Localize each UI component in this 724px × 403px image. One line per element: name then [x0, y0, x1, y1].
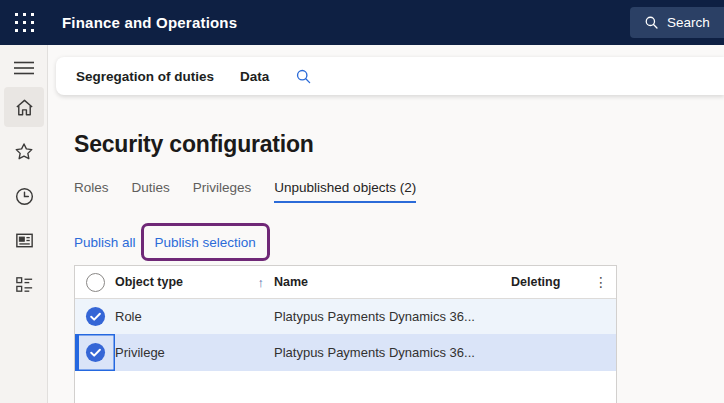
checkbox-unchecked-icon: [86, 273, 105, 292]
global-search-box[interactable]: Search: [630, 7, 724, 38]
tab-unpublished-objects[interactable]: Unpublished objects (2): [274, 180, 416, 203]
nav-search-button[interactable]: [295, 68, 312, 85]
tab-duties[interactable]: Duties: [132, 180, 170, 203]
grid-empty-area: [75, 371, 616, 403]
unpublished-objects-grid: Object type ↑ Name Deleting ⋮ Role Platy…: [74, 265, 617, 403]
grid-more-options-icon[interactable]: ⋮: [586, 274, 616, 290]
publish-all-link[interactable]: Publish all: [74, 235, 136, 250]
row-checkbox[interactable]: [75, 334, 115, 371]
checkbox-checked-icon: [85, 306, 106, 327]
sidebar-item-recent[interactable]: [0, 183, 48, 209]
left-navigation-rail: [0, 45, 48, 403]
nav-item-segregation-of-duties[interactable]: Segregation of duties: [76, 69, 214, 84]
checkbox-checked-icon: [85, 342, 106, 363]
waffle-grid-icon: [15, 13, 34, 32]
grid-row-role[interactable]: Role Platypus Payments Dynamics 36...: [75, 299, 616, 334]
module-nav-bar: Segregation of duties Data: [56, 57, 724, 95]
modules-icon: [14, 274, 35, 295]
top-app-bar: Finance and Operations Search: [0, 0, 724, 45]
sidebar-item-home[interactable]: [4, 87, 44, 127]
row-checkbox[interactable]: [75, 299, 115, 334]
publish-selection-link[interactable]: Publish selection: [155, 235, 256, 250]
sidebar-item-favorites[interactable]: [0, 139, 48, 165]
star-icon: [13, 141, 35, 163]
sidebar-item-workspaces[interactable]: [0, 227, 48, 253]
annotation-highlight-box: Publish selection: [141, 223, 270, 261]
sidebar-item-modules[interactable]: [0, 271, 48, 297]
tab-privileges[interactable]: Privileges: [193, 180, 252, 203]
sort-ascending-icon: ↑: [258, 275, 275, 290]
column-header-deleting[interactable]: Deleting: [511, 275, 586, 289]
search-icon: [295, 68, 312, 85]
nav-item-data[interactable]: Data: [240, 69, 269, 84]
search-icon: [644, 15, 659, 30]
grid-row-privilege[interactable]: Privilege Platypus Payments Dynamics 36.…: [75, 334, 616, 371]
workspaces-icon: [14, 230, 35, 251]
cell-name: Platypus Payments Dynamics 36...: [274, 345, 511, 360]
expand-menu-icon[interactable]: [0, 55, 48, 81]
app-launcher-waffle-icon[interactable]: [0, 0, 48, 45]
hamburger-icon: [14, 61, 34, 75]
page-title: Security configuration: [74, 131, 314, 158]
cell-name: Platypus Payments Dynamics 36...: [274, 309, 511, 324]
tab-roles[interactable]: Roles: [74, 180, 109, 203]
search-label: Search: [667, 15, 710, 30]
app-title: Finance and Operations: [62, 14, 237, 31]
cell-object-type: Role: [115, 309, 274, 324]
select-all-checkbox[interactable]: [75, 266, 115, 298]
action-links: Publish all Publish selection: [74, 223, 270, 261]
column-header-object-type[interactable]: Object type ↑: [115, 275, 274, 290]
grid-header-row: Object type ↑ Name Deleting ⋮: [75, 266, 616, 299]
cell-object-type: Privilege: [115, 345, 274, 360]
home-icon: [14, 97, 35, 118]
clock-icon: [14, 186, 35, 207]
pivot-tabs: Roles Duties Privileges Unpublished obje…: [74, 180, 416, 203]
object-type-header-label: Object type: [115, 275, 183, 289]
column-header-name[interactable]: Name: [274, 275, 511, 289]
